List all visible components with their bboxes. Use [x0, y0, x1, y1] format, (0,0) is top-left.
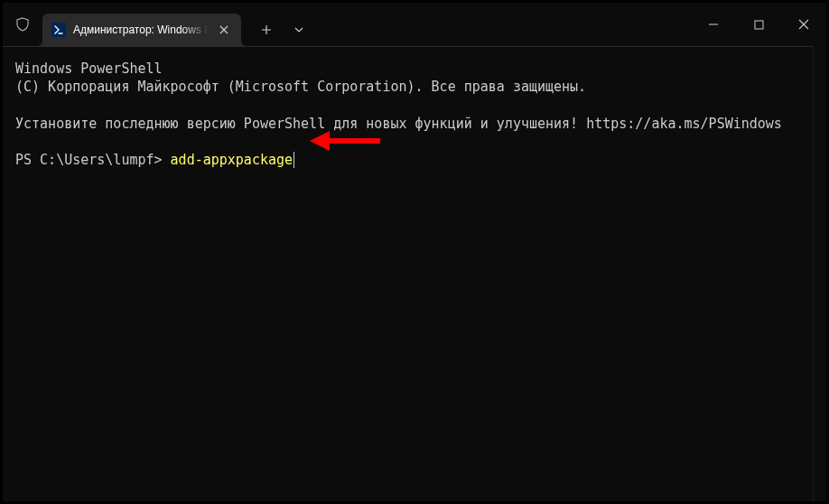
- terminal-body[interactable]: Windows PowerShell (C) Корпорация Майкро…: [3, 46, 826, 501]
- maximize-button[interactable]: [736, 3, 781, 46]
- tab-dropdown-button[interactable]: [283, 14, 315, 46]
- close-icon: [798, 19, 809, 30]
- tab-title: Администратор: Windows PowerShell: [73, 23, 209, 36]
- window-controls: [691, 3, 826, 46]
- tab-powershell[interactable]: Администратор: Windows PowerShell: [42, 14, 241, 46]
- terminal-window: Администратор: Windows PowerShell: [0, 0, 829, 504]
- plus-icon: [261, 24, 272, 35]
- svg-rect-0: [755, 21, 763, 29]
- tab-close-button[interactable]: [216, 22, 232, 38]
- powershell-icon: [51, 23, 66, 37]
- terminal-output-line: Windows PowerShell: [15, 60, 814, 78]
- text-cursor: [293, 152, 294, 168]
- terminal-blank-line: [15, 133, 814, 151]
- minimize-icon: [708, 19, 719, 30]
- vertical-scrollbar[interactable]: [813, 46, 826, 501]
- maximize-icon: [754, 20, 764, 30]
- terminal-output-line: Установите последнюю версию PowerShell д…: [15, 115, 814, 133]
- command-text: add-appxpackage: [171, 151, 293, 169]
- admin-shield-area: [3, 3, 42, 46]
- chevron-down-icon: [293, 24, 304, 35]
- terminal-output-line: (C) Корпорация Майкрософт (Microsoft Cor…: [15, 78, 814, 96]
- new-tab-button[interactable]: [250, 14, 283, 46]
- shield-icon: [15, 17, 30, 32]
- close-window-button[interactable]: [781, 3, 826, 46]
- terminal-blank-line: [15, 97, 814, 115]
- titlebar-drag-area[interactable]: [315, 3, 691, 46]
- tab-strip: Администратор: Windows PowerShell: [42, 3, 315, 46]
- titlebar: Администратор: Windows PowerShell: [3, 3, 826, 46]
- prompt-text: PS C:\Users\lumpf>: [15, 151, 171, 169]
- minimize-button[interactable]: [691, 3, 736, 46]
- terminal-prompt-line: PS C:\Users\lumpf> add-appxpackage: [15, 151, 814, 169]
- close-icon: [219, 25, 228, 34]
